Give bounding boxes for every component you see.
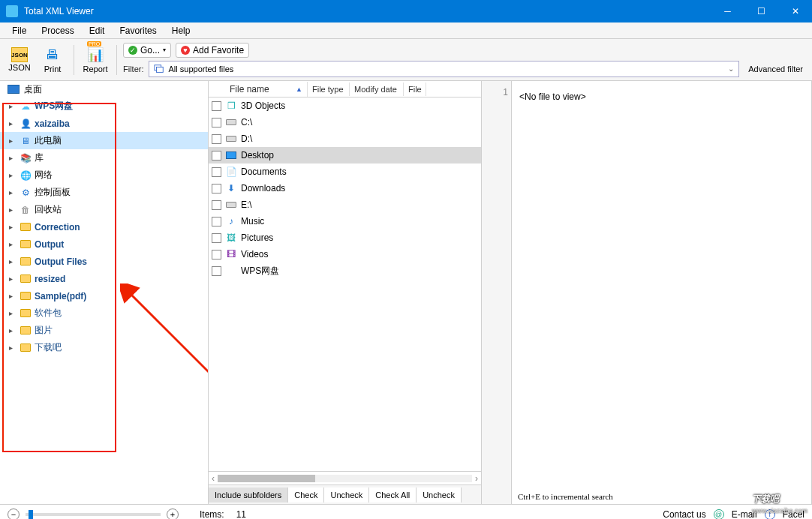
expand-arrow-icon[interactable]: ▸ — [9, 119, 17, 128]
zoom-in-button[interactable]: + — [167, 508, 179, 520]
expand-arrow-icon[interactable]: ▸ — [9, 154, 17, 162]
menu-help[interactable]: Help — [164, 24, 198, 38]
expand-arrow-icon[interactable]: ▸ — [9, 240, 17, 248]
checkbox[interactable] — [212, 134, 221, 144]
app-icon — [6, 5, 18, 17]
expand-arrow-icon[interactable]: ▸ — [9, 326, 17, 334]
menu-edit[interactable]: Edit — [82, 24, 113, 38]
file-row[interactable]: 🎞Videos — [209, 246, 481, 262]
filter-dropdown[interactable]: All supported files ⌄ — [149, 61, 740, 77]
folder-icon — [20, 308, 32, 320]
zoom-out-button[interactable]: − — [8, 508, 20, 520]
file-label: Pictures — [241, 232, 273, 243]
checkbox[interactable] — [212, 101, 221, 111]
col-modifydate[interactable]: Modify date — [350, 82, 404, 96]
tree-item[interactable]: ▸Sample(pdf) — [0, 287, 208, 304]
tree-item[interactable]: ▸Correction — [0, 218, 208, 236]
menu-process[interactable]: Process — [34, 24, 81, 38]
file-row[interactable]: 📄Documents — [209, 164, 481, 180]
tab-check-all[interactable]: Check All — [369, 488, 417, 502]
col-filetype[interactable]: File type — [308, 82, 350, 96]
file-row[interactable]: ⬇Downloads — [209, 180, 481, 196]
checkbox[interactable] — [212, 184, 221, 194]
file-row[interactable]: D:\ — [209, 130, 481, 147]
json-button[interactable]: JSON JSON — [5, 42, 35, 78]
tree-item[interactable]: ▸🗑回收站 — [0, 201, 208, 218]
tree-item[interactable]: ▸☁WPS网盘 — [0, 98, 208, 115]
facebook-link[interactable]: Facel — [783, 509, 804, 520]
tree-label: 此电脑 — [35, 134, 62, 147]
tree-item[interactable]: ▸🌐网络 — [0, 166, 208, 184]
maximize-button[interactable]: ☐ — [744, 0, 778, 22]
checkbox[interactable] — [212, 151, 221, 160]
tree-item[interactable]: ▸🖥此电脑 — [0, 132, 208, 149]
expand-arrow-icon[interactable]: ▸ — [9, 344, 17, 352]
facebook-icon[interactable]: f — [765, 509, 775, 520]
email-icon[interactable]: @ — [714, 509, 724, 520]
menu-file[interactable]: File — [5, 24, 34, 38]
expand-arrow-icon[interactable]: ▸ — [9, 292, 17, 300]
checkbox[interactable] — [212, 200, 221, 210]
expand-arrow-icon[interactable]: ▸ — [9, 188, 17, 196]
tab-check[interactable]: Check — [288, 488, 324, 502]
minimize-button[interactable]: ─ — [711, 0, 744, 22]
expand-arrow-icon[interactable]: ▸ — [9, 257, 17, 266]
tree-item[interactable]: ▸⚙控制面板 — [0, 184, 208, 201]
add-favorite-button[interactable]: ♥ Add Favorite — [176, 43, 249, 58]
expand-arrow-icon[interactable]: ▸ — [9, 136, 17, 145]
lib-icon: 📚 — [20, 152, 32, 164]
checkbox[interactable] — [212, 217, 221, 226]
advanced-filter-link[interactable]: Advanced filter — [744, 64, 807, 74]
tree-item[interactable]: ▸resized — [0, 270, 208, 287]
tab-include-subfolders[interactable]: Include subfolders — [209, 488, 288, 502]
file-row[interactable]: ❒3D Objects — [209, 98, 481, 114]
checkbox[interactable] — [212, 118, 221, 128]
tab-uncheck-all[interactable]: Uncheck — [417, 488, 462, 502]
tree-item[interactable]: ▸Output — [0, 236, 208, 253]
tab-uncheck[interactable]: Uncheck — [324, 488, 369, 502]
file-row[interactable]: Desktop — [209, 147, 481, 164]
checkbox[interactable] — [212, 167, 221, 177]
checkbox[interactable] — [212, 233, 221, 243]
contact-us-link[interactable]: Contact us — [663, 509, 705, 520]
expand-arrow-icon[interactable]: ▸ — [9, 274, 17, 283]
viewer-body: <No file to view> Ctrl+E to incremental … — [512, 81, 812, 504]
viewer-hint: Ctrl+E to incremental search — [518, 492, 613, 501]
expand-arrow-icon[interactable]: ▸ — [9, 171, 17, 179]
file-row[interactable]: E:\ — [209, 196, 481, 213]
go-button[interactable]: ✓ Go... ▾ — [123, 43, 171, 58]
checkbox[interactable] — [212, 266, 221, 276]
tree-item[interactable]: ▸图片 — [0, 322, 208, 339]
tree-item[interactable]: ▸Output Files — [0, 253, 208, 270]
pic-icon: 🖼 — [224, 232, 238, 244]
tree-item[interactable]: ▸软件包 — [0, 304, 208, 322]
file-row[interactable]: C:\ — [209, 114, 481, 130]
bin-icon: 🗑 — [20, 204, 32, 216]
col-filesize[interactable]: File — [404, 82, 426, 96]
file-row[interactable]: 🖼Pictures — [209, 230, 481, 246]
print-button[interactable]: 🖶 Print — [38, 42, 68, 78]
horizontal-scrollbar[interactable]: ‹› — [209, 471, 481, 484]
report-button[interactable]: PRO 📊 Report — [80, 42, 110, 78]
file-row[interactable]: WPS网盘 — [209, 262, 481, 279]
heart-icon: ♥ — [181, 46, 190, 55]
tree-label: WPS网盘 — [35, 100, 73, 112]
file-row[interactable]: ♪Music — [209, 213, 481, 230]
tree-root[interactable]: 桌面 — [0, 81, 208, 98]
close-button[interactable]: ✕ — [778, 0, 812, 22]
tree-item[interactable]: ▸📚库 — [0, 149, 208, 166]
expand-arrow-icon[interactable]: ▸ — [9, 102, 17, 110]
file-label: Documents — [241, 166, 287, 177]
expand-arrow-icon[interactable]: ▸ — [9, 206, 17, 214]
tree-label: 库 — [35, 152, 44, 164]
expand-arrow-icon[interactable]: ▸ — [9, 309, 17, 317]
zoom-slider[interactable] — [26, 513, 161, 516]
tree-item[interactable]: ▸下载吧 — [0, 339, 208, 356]
email-link[interactable]: E-mail — [732, 509, 757, 520]
checkbox[interactable] — [212, 250, 221, 260]
col-filename[interactable]: File name▲ — [225, 82, 308, 97]
tree-item[interactable]: ▸👤xaizaiba — [0, 115, 208, 132]
file-tabs: Include subfolders Check Uncheck Check A… — [209, 484, 481, 504]
menu-favorites[interactable]: Favorites — [112, 24, 164, 38]
expand-arrow-icon[interactable]: ▸ — [9, 223, 17, 231]
